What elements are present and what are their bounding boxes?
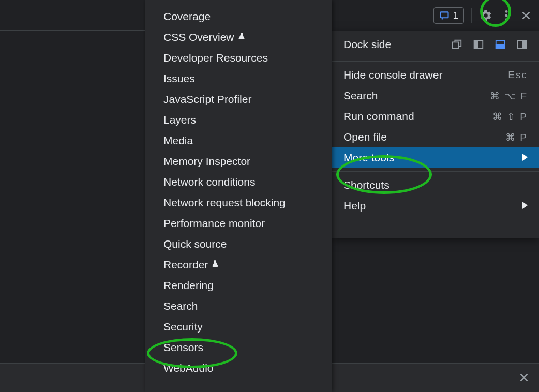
menu-item-label: Search (343, 89, 378, 102)
svg-rect-6 (474, 41, 477, 49)
menu-shortcut: Esc (508, 69, 528, 81)
svg-rect-0 (441, 12, 448, 18)
close-icon[interactable] (518, 371, 530, 387)
svg-rect-8 (496, 45, 505, 48)
dock-undock-icon[interactable] (451, 39, 462, 50)
close-icon[interactable] (520, 10, 532, 21)
submenu-item-label: WebAudio (163, 362, 214, 374)
submenu-item[interactable]: WebAudio (145, 358, 332, 379)
submenu-item[interactable]: Media (145, 130, 332, 151)
submenu-item-label: JavaScript Profiler (163, 93, 251, 105)
menu-item[interactable]: Run command⌘ ⇧ P (332, 106, 539, 127)
svg-rect-10 (523, 41, 526, 49)
divider (0, 30, 145, 31)
submenu-item[interactable]: Quick source (145, 234, 332, 254)
menu-item[interactable]: More tools (332, 147, 539, 168)
submenu-item-label: Issues (163, 72, 195, 85)
menu-item[interactable]: Open file⌘ P (332, 127, 539, 147)
submenu-item[interactable]: Layers (145, 110, 332, 130)
dock-bottom-icon[interactable] (495, 39, 506, 50)
submenu-item[interactable]: Memory Inspector (145, 151, 332, 172)
submenu-item[interactable]: Sensors (145, 337, 332, 358)
submenu-item-label: CSS Overview (163, 31, 234, 43)
separator (332, 61, 539, 62)
menu-item[interactable]: Shortcuts (332, 175, 539, 195)
left-panel (0, 0, 145, 392)
dock-side-row: Dock side (332, 31, 539, 58)
menu-item-label: Shortcuts (343, 179, 390, 191)
submenu-item-label: Memory Inspector (163, 155, 250, 168)
menu-item-label: Help (343, 200, 366, 212)
flask-icon (211, 259, 219, 271)
issues-count: 1 (453, 10, 458, 21)
menu-shortcut: ⌘ ⌥ F (490, 90, 528, 102)
menu-item-label: Open file (343, 131, 387, 143)
submenu-item[interactable]: Issues (145, 68, 332, 89)
submenu-item-label: Media (163, 134, 193, 147)
submenu-item[interactable]: Security (145, 316, 332, 337)
submenu-item-label: Performance monitor (163, 217, 265, 230)
dock-side-label: Dock side (343, 38, 391, 51)
svg-point-3 (505, 18, 508, 21)
separator (471, 8, 472, 23)
menu-item[interactable]: Search⌘ ⌥ F (332, 85, 539, 106)
more-icon[interactable] (500, 9, 513, 22)
flask-icon (237, 31, 246, 43)
menu-item-label: Run command (343, 110, 414, 123)
more-tools-submenu: CoverageCSS OverviewDeveloper ResourcesI… (145, 0, 332, 392)
submenu-item-label: Sensors (163, 341, 203, 354)
submenu-item-label: Quick source (163, 238, 227, 250)
submenu-item-label: Developer Resources (163, 52, 268, 64)
chevron-right-icon (522, 202, 528, 210)
menu-item-label: Hide console drawer (343, 69, 442, 81)
submenu-item-label: Network request blocking (163, 197, 286, 209)
svg-rect-4 (453, 42, 459, 48)
menu-item[interactable]: Help (332, 195, 539, 216)
submenu-item[interactable]: CSS Overview (145, 27, 332, 48)
chevron-right-icon (522, 154, 528, 162)
submenu-item-label: Network conditions (163, 176, 255, 188)
dock-right-icon[interactable] (516, 39, 528, 50)
divider (0, 26, 145, 26)
submenu-item[interactable]: Network conditions (145, 172, 332, 192)
submenu-item-label: Search (163, 300, 198, 312)
submenu-item-label: Rendering (163, 279, 214, 292)
message-icon (439, 10, 450, 21)
issues-badge[interactable]: 1 (433, 7, 464, 24)
submenu-item[interactable]: Rendering (145, 275, 332, 296)
menu-shortcut: ⌘ ⇧ P (492, 111, 528, 123)
submenu-item-label: Coverage (163, 10, 211, 23)
submenu-item-label: Layers (163, 114, 196, 126)
menu-item-label: More tools (343, 152, 394, 164)
main-menu: Dock side Hide console drawerEscSearch⌘ … (332, 31, 539, 238)
submenu-item[interactable]: Performance monitor (145, 213, 332, 234)
gear-icon[interactable] (479, 9, 492, 22)
svg-point-1 (505, 10, 508, 13)
devtools-toolbar: 1 (332, 0, 539, 31)
svg-point-2 (505, 14, 508, 17)
submenu-item[interactable]: Developer Resources (145, 48, 332, 68)
submenu-item-label: Security (163, 321, 203, 333)
menu-shortcut: ⌘ P (505, 131, 528, 143)
submenu-item[interactable]: Recorder (145, 254, 332, 275)
submenu-item-label: Recorder (163, 259, 208, 271)
submenu-item[interactable]: JavaScript Profiler (145, 89, 332, 110)
submenu-item[interactable]: Network request blocking (145, 192, 332, 213)
menu-item[interactable]: Hide console drawerEsc (332, 65, 539, 85)
separator (332, 171, 539, 172)
submenu-item[interactable]: Search (145, 296, 332, 316)
submenu-item[interactable]: Coverage (145, 6, 332, 27)
dock-left-icon[interactable] (473, 39, 484, 50)
